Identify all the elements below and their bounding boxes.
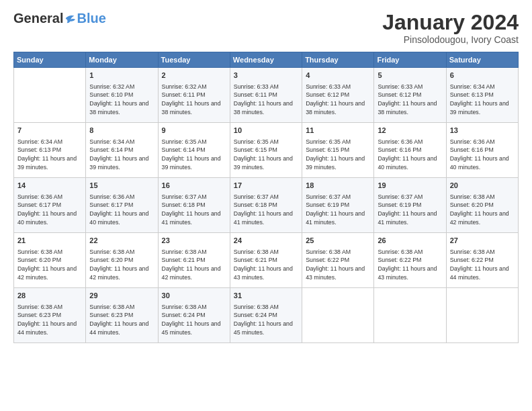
cell-date-number: 19	[378, 181, 442, 191]
cell-date-number: 28	[17, 291, 82, 301]
cell-info: Sunrise: 6:38 AM Sunset: 6:22 PM Dayligh…	[378, 248, 442, 282]
cell-info: Sunrise: 6:38 AM Sunset: 6:24 PM Dayligh…	[234, 303, 298, 337]
cell-info: Sunrise: 6:37 AM Sunset: 6:18 PM Dayligh…	[234, 193, 298, 227]
cell-date-number: 30	[162, 291, 226, 301]
calendar-header-row: SundayMondayTuesdayWednesdayThursdayFrid…	[14, 52, 519, 68]
cell-date-number: 17	[234, 181, 298, 191]
cell-date-number: 12	[378, 126, 442, 136]
location-subtitle: Pinsolodougou, Ivory Coast	[382, 34, 519, 45]
calendar-cell: 14Sunrise: 6:36 AM Sunset: 6:17 PM Dayli…	[14, 178, 86, 233]
calendar-cell: 23Sunrise: 6:38 AM Sunset: 6:21 PM Dayli…	[158, 233, 230, 288]
logo-blue: Blue	[77, 11, 105, 26]
calendar-cell: 6Sunrise: 6:34 AM Sunset: 6:13 PM Daylig…	[446, 68, 518, 123]
calendar-week-row: 1Sunrise: 6:32 AM Sunset: 6:10 PM Daylig…	[14, 68, 519, 123]
cell-date-number: 3	[234, 71, 298, 81]
cell-date-number: 4	[306, 71, 370, 81]
cell-date-number: 14	[17, 181, 82, 191]
cell-info: Sunrise: 6:38 AM Sunset: 6:24 PM Dayligh…	[162, 303, 226, 337]
calendar-week-row: 28Sunrise: 6:38 AM Sunset: 6:23 PM Dayli…	[14, 288, 519, 343]
cell-date-number: 20	[450, 181, 515, 191]
cell-date-number: 24	[234, 236, 298, 246]
cell-info: Sunrise: 6:35 AM Sunset: 6:15 PM Dayligh…	[234, 138, 298, 172]
calendar-cell: 5Sunrise: 6:33 AM Sunset: 6:12 PM Daylig…	[374, 68, 446, 123]
cell-date-number: 5	[378, 71, 442, 81]
logo: General Blue	[13, 11, 106, 26]
calendar-cell	[302, 288, 374, 343]
calendar-cell: 4Sunrise: 6:33 AM Sunset: 6:12 PM Daylig…	[302, 68, 374, 123]
cell-info: Sunrise: 6:38 AM Sunset: 6:22 PM Dayligh…	[306, 248, 370, 282]
cell-date-number: 29	[89, 291, 154, 301]
calendar-day-header: Friday	[374, 52, 446, 68]
calendar-table: SundayMondayTuesdayWednesdayThursdayFrid…	[13, 52, 519, 343]
calendar-day-header: Tuesday	[158, 52, 230, 68]
calendar-cell: 28Sunrise: 6:38 AM Sunset: 6:23 PM Dayli…	[14, 288, 86, 343]
cell-info: Sunrise: 6:36 AM Sunset: 6:17 PM Dayligh…	[17, 193, 82, 227]
calendar-cell: 17Sunrise: 6:37 AM Sunset: 6:18 PM Dayli…	[230, 178, 302, 233]
cell-info: Sunrise: 6:37 AM Sunset: 6:18 PM Dayligh…	[162, 193, 226, 227]
cell-date-number: 10	[234, 126, 298, 136]
logo-general: General	[13, 11, 63, 26]
cell-date-number: 26	[378, 236, 442, 246]
cell-info: Sunrise: 6:37 AM Sunset: 6:19 PM Dayligh…	[306, 193, 370, 227]
calendar-cell: 24Sunrise: 6:38 AM Sunset: 6:21 PM Dayli…	[230, 233, 302, 288]
cell-info: Sunrise: 6:38 AM Sunset: 6:21 PM Dayligh…	[234, 248, 298, 282]
cell-date-number: 27	[450, 236, 515, 246]
cell-date-number: 9	[162, 126, 226, 136]
cell-date-number: 31	[234, 291, 298, 301]
cell-info: Sunrise: 6:32 AM Sunset: 6:11 PM Dayligh…	[162, 83, 226, 117]
cell-info: Sunrise: 6:34 AM Sunset: 6:13 PM Dayligh…	[450, 83, 515, 117]
calendar-week-row: 7Sunrise: 6:34 AM Sunset: 6:13 PM Daylig…	[14, 123, 519, 178]
page: General Blue January 2024 Pinsolodougou,…	[0, 0, 532, 411]
calendar-cell: 15Sunrise: 6:36 AM Sunset: 6:17 PM Dayli…	[86, 178, 158, 233]
cell-info: Sunrise: 6:38 AM Sunset: 6:20 PM Dayligh…	[89, 248, 154, 282]
cell-info: Sunrise: 6:36 AM Sunset: 6:17 PM Dayligh…	[89, 193, 154, 227]
calendar-cell: 7Sunrise: 6:34 AM Sunset: 6:13 PM Daylig…	[14, 123, 86, 178]
calendar-week-row: 21Sunrise: 6:38 AM Sunset: 6:20 PM Dayli…	[14, 233, 519, 288]
calendar-cell: 30Sunrise: 6:38 AM Sunset: 6:24 PM Dayli…	[158, 288, 230, 343]
cell-date-number: 22	[89, 236, 154, 246]
cell-info: Sunrise: 6:35 AM Sunset: 6:15 PM Dayligh…	[306, 138, 370, 172]
title-area: January 2024 Pinsolodougou, Ivory Coast	[382, 11, 519, 45]
calendar-week-row: 14Sunrise: 6:36 AM Sunset: 6:17 PM Dayli…	[14, 178, 519, 233]
cell-info: Sunrise: 6:38 AM Sunset: 6:22 PM Dayligh…	[450, 248, 515, 282]
cell-info: Sunrise: 6:38 AM Sunset: 6:23 PM Dayligh…	[17, 303, 82, 337]
cell-info: Sunrise: 6:37 AM Sunset: 6:19 PM Dayligh…	[378, 193, 442, 227]
calendar-day-header: Sunday	[14, 52, 86, 68]
cell-info: Sunrise: 6:38 AM Sunset: 6:20 PM Dayligh…	[450, 193, 515, 227]
cell-date-number: 15	[89, 181, 154, 191]
calendar-cell: 27Sunrise: 6:38 AM Sunset: 6:22 PM Dayli…	[446, 233, 518, 288]
calendar-cell: 2Sunrise: 6:32 AM Sunset: 6:11 PM Daylig…	[158, 68, 230, 123]
calendar-day-header: Monday	[86, 52, 158, 68]
calendar-day-header: Wednesday	[230, 52, 302, 68]
cell-info: Sunrise: 6:34 AM Sunset: 6:13 PM Dayligh…	[17, 138, 82, 172]
calendar-cell: 18Sunrise: 6:37 AM Sunset: 6:19 PM Dayli…	[302, 178, 374, 233]
calendar-cell: 26Sunrise: 6:38 AM Sunset: 6:22 PM Dayli…	[374, 233, 446, 288]
calendar-cell: 9Sunrise: 6:35 AM Sunset: 6:14 PM Daylig…	[158, 123, 230, 178]
cell-info: Sunrise: 6:36 AM Sunset: 6:16 PM Dayligh…	[378, 138, 442, 172]
calendar-cell: 22Sunrise: 6:38 AM Sunset: 6:20 PM Dayli…	[86, 233, 158, 288]
cell-date-number: 13	[450, 126, 515, 136]
calendar-cell: 21Sunrise: 6:38 AM Sunset: 6:20 PM Dayli…	[14, 233, 86, 288]
calendar-day-header: Thursday	[302, 52, 374, 68]
calendar-cell: 10Sunrise: 6:35 AM Sunset: 6:15 PM Dayli…	[230, 123, 302, 178]
logo-bird-icon	[64, 13, 77, 25]
month-title: January 2024	[382, 11, 519, 34]
cell-date-number: 7	[17, 126, 82, 136]
cell-info: Sunrise: 6:38 AM Sunset: 6:21 PM Dayligh…	[162, 248, 226, 282]
cell-info: Sunrise: 6:32 AM Sunset: 6:10 PM Dayligh…	[89, 83, 154, 117]
cell-date-number: 6	[450, 71, 515, 81]
calendar-day-header: Saturday	[446, 52, 518, 68]
calendar-cell	[374, 288, 446, 343]
cell-date-number: 23	[162, 236, 226, 246]
calendar-cell: 3Sunrise: 6:33 AM Sunset: 6:11 PM Daylig…	[230, 68, 302, 123]
calendar-cell: 29Sunrise: 6:38 AM Sunset: 6:23 PM Dayli…	[86, 288, 158, 343]
cell-info: Sunrise: 6:35 AM Sunset: 6:14 PM Dayligh…	[162, 138, 226, 172]
cell-date-number: 18	[306, 181, 370, 191]
calendar-cell: 13Sunrise: 6:36 AM Sunset: 6:16 PM Dayli…	[446, 123, 518, 178]
cell-info: Sunrise: 6:33 AM Sunset: 6:12 PM Dayligh…	[306, 83, 370, 117]
calendar-cell: 16Sunrise: 6:37 AM Sunset: 6:18 PM Dayli…	[158, 178, 230, 233]
cell-info: Sunrise: 6:34 AM Sunset: 6:14 PM Dayligh…	[89, 138, 154, 172]
calendar-cell	[446, 288, 518, 343]
cell-date-number: 11	[306, 126, 370, 136]
cell-date-number: 2	[162, 71, 226, 81]
